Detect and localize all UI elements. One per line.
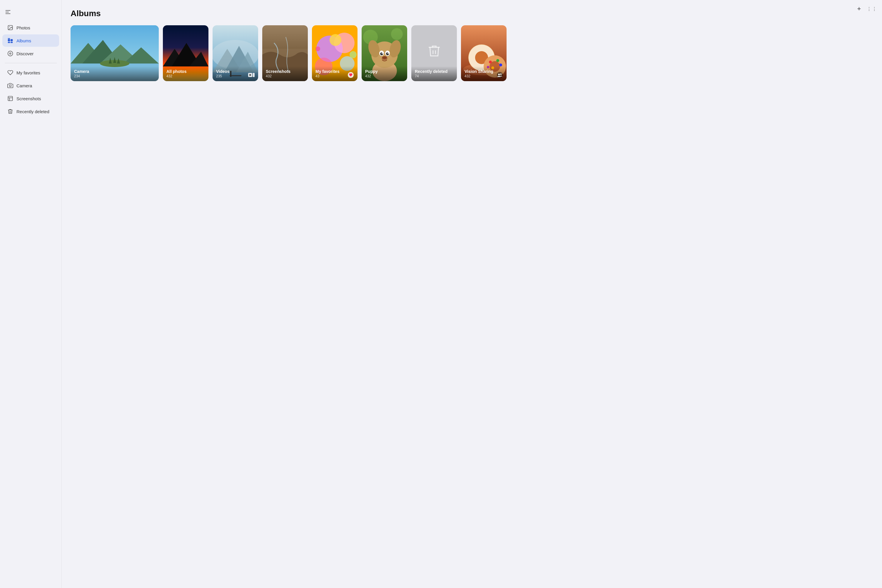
- sidebar-item-my-favorites-label: My favorites: [16, 70, 40, 75]
- svg-point-65: [382, 56, 387, 59]
- svg-point-10: [8, 51, 13, 56]
- sidebar-item-camera-label: Camera: [16, 83, 32, 88]
- screenshots-album-overlay: Screenshots 432: [262, 66, 308, 81]
- all-photos-album-overlay: All photos 432: [163, 66, 208, 81]
- svg-point-52: [391, 28, 403, 40]
- svg-point-63: [387, 52, 388, 54]
- camera-icon: [7, 82, 14, 89]
- recently-deleted-album-name: Recently deleted: [415, 69, 453, 74]
- svg-point-80: [498, 74, 500, 75]
- trash-icon-large: [427, 44, 442, 60]
- recently-deleted-album-count: 74: [415, 74, 453, 78]
- screenshots-album-name: Screenshots: [266, 69, 304, 74]
- trash-icon: [7, 108, 14, 115]
- sidebar: Photos Albums Discover: [0, 0, 62, 588]
- all-photos-album-name: All photos: [166, 69, 205, 74]
- svg-point-48: [350, 51, 357, 58]
- sidebar-item-screenshots-label: Screenshots: [16, 96, 41, 101]
- sidebar-item-recently-deleted-label: Recently deleted: [16, 109, 50, 114]
- heart-icon: [7, 69, 14, 76]
- sidebar-item-albums-label: Albums: [16, 38, 31, 43]
- svg-rect-6: [10, 39, 13, 42]
- svg-rect-38: [253, 73, 255, 77]
- albums-grid: Camera 234: [70, 25, 873, 81]
- sidebar-item-screenshots[interactable]: Screenshots: [2, 92, 59, 105]
- svg-point-74: [489, 61, 492, 63]
- screenshots-icon: [7, 95, 14, 102]
- sidebar-divider: [5, 63, 57, 63]
- album-card-puppy[interactable]: Puppy 432: [362, 25, 407, 81]
- recently-deleted-album-overlay: Recently deleted 74: [411, 66, 457, 81]
- album-card-all-photos[interactable]: All photos 432: [163, 25, 208, 81]
- screenshots-album-count: 432: [266, 74, 304, 78]
- sidebar-collapse-button[interactable]: [0, 6, 62, 21]
- svg-point-11: [10, 53, 11, 54]
- camera-album-overlay: Camera 234: [70, 66, 159, 81]
- svg-rect-8: [10, 42, 13, 43]
- album-card-camera[interactable]: Camera 234: [70, 25, 159, 81]
- svg-rect-13: [8, 96, 13, 101]
- heart-badge: [348, 72, 354, 78]
- photos-icon: [7, 24, 14, 31]
- sidebar-item-my-favorites[interactable]: My favorites: [2, 66, 59, 79]
- all-photos-album-count: 432: [166, 74, 205, 78]
- grid-button[interactable]: ⋮⋮: [868, 5, 876, 13]
- svg-point-61: [386, 52, 389, 55]
- svg-point-81: [500, 74, 502, 75]
- svg-point-75: [496, 59, 499, 62]
- video-badge: [248, 72, 255, 78]
- puppy-album-overlay: Puppy 432: [362, 66, 407, 81]
- top-bar: + ⋮⋮: [855, 5, 876, 13]
- svg-point-47: [315, 46, 320, 51]
- album-card-my-favorites[interactable]: My favorites 43: [312, 25, 357, 81]
- sidebar-item-photos[interactable]: Photos: [2, 21, 59, 34]
- people-badge: [496, 72, 503, 78]
- sidebar-item-camera[interactable]: Camera: [2, 80, 59, 92]
- sidebar-item-recently-deleted[interactable]: Recently deleted: [2, 105, 59, 118]
- camera-album-name: Camera: [74, 69, 155, 74]
- puppy-album-count: 432: [365, 74, 404, 78]
- page-title: Albums: [70, 9, 873, 18]
- main-content: + ⋮⋮ Albums: [62, 0, 882, 588]
- collapse-icon: [5, 9, 11, 15]
- album-card-recently-deleted[interactable]: Recently deleted 74: [411, 25, 457, 81]
- svg-rect-9: [8, 38, 10, 39]
- svg-rect-5: [8, 39, 10, 42]
- puppy-album-name: Puppy: [365, 69, 404, 74]
- album-card-vision-sharing[interactable]: Vision Sharing 432: [461, 25, 507, 81]
- albums-icon: [7, 38, 14, 44]
- album-card-screenshots[interactable]: Screenshots 432: [262, 25, 308, 81]
- album-card-videos[interactable]: Videos 235: [213, 25, 258, 81]
- sidebar-item-albums[interactable]: Albums: [2, 34, 59, 47]
- sidebar-item-discover-label: Discover: [16, 51, 33, 56]
- svg-point-12: [9, 85, 12, 87]
- discover-icon: [7, 50, 14, 57]
- svg-rect-7: [8, 42, 10, 43]
- svg-point-62: [382, 52, 383, 54]
- sidebar-item-photos-label: Photos: [16, 25, 30, 30]
- camera-album-count: 234: [74, 74, 155, 78]
- svg-point-46: [330, 34, 341, 46]
- add-button[interactable]: +: [855, 5, 863, 13]
- svg-point-4: [9, 27, 10, 27]
- sidebar-item-discover[interactable]: Discover: [2, 47, 59, 60]
- svg-point-60: [380, 52, 383, 55]
